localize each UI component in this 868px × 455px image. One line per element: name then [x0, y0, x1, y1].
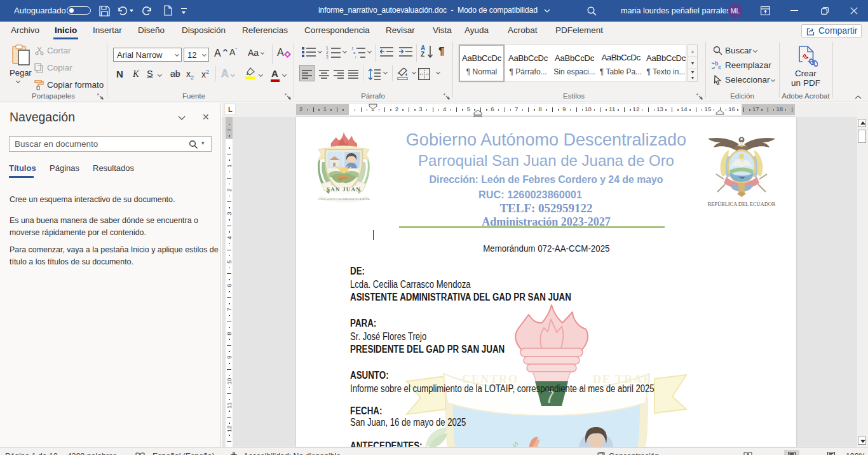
- svg-text:1: 1: [351, 46, 354, 50]
- svg-text:2: 2: [326, 50, 329, 55]
- svg-text:1: 1: [326, 46, 329, 50]
- svg-text:c: c: [718, 64, 721, 71]
- svg-text:3: 3: [326, 55, 329, 58]
- svg-text:i: i: [355, 55, 356, 58]
- svg-text:a: a: [353, 51, 356, 55]
